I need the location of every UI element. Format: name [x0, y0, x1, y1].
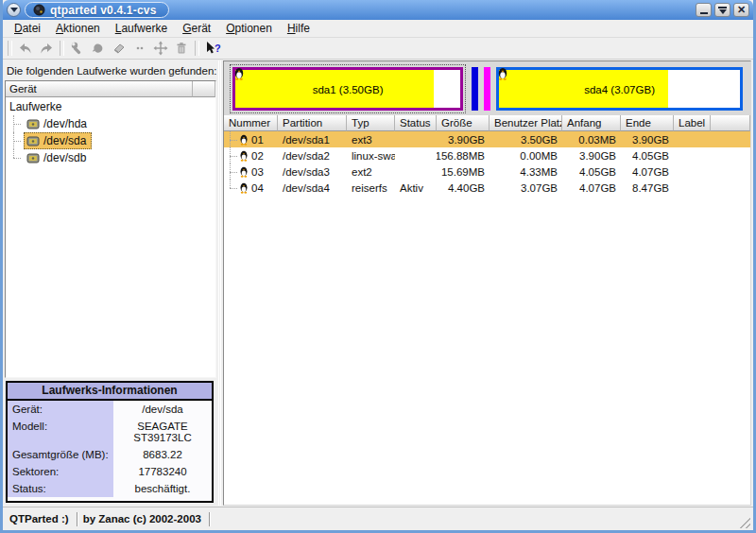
tree-item-dev-sdb[interactable]: /dev/sdb [6, 149, 215, 166]
column-anfang[interactable]: Anfang [562, 115, 621, 131]
cell-benutzer-platz: 3.50GB [490, 131, 562, 147]
window-controls: ✕ [696, 3, 749, 17]
column-groesse[interactable]: Größe [437, 115, 490, 131]
info-label-modell: Modell: [8, 418, 113, 446]
menu-geraet[interactable]: Gerät [175, 21, 218, 36]
eraser-button[interactable] [110, 39, 129, 58]
menu-hilfe[interactable]: Hilfe [280, 21, 318, 36]
toolbar: ? [3, 38, 753, 60]
tree-branch [10, 132, 24, 149]
table-row-sda1[interactable]: 01 /dev/sda1 ext3 3.90GB 3.50GB 0.03MB 3… [224, 131, 750, 147]
move-icon [153, 41, 168, 56]
redo-button[interactable] [37, 39, 56, 58]
partition-bar-sda1[interactable]: sda1 (3.50GB) [232, 67, 463, 111]
partition-panel: sda1 (3.50GB) sda4 (3.07GB) [223, 60, 751, 506]
resize-button[interactable] [130, 39, 149, 58]
cell-anfang: 3.90GB [562, 147, 621, 163]
cell-benutzer-platz: 0.00MB [490, 147, 562, 163]
cell-partition: /dev/sda1 [278, 131, 347, 147]
column-nummer[interactable]: Nummer [224, 115, 278, 131]
column-geraet[interactable]: Gerät [6, 81, 193, 97]
tree-root[interactable]: Laufwerke [6, 98, 215, 115]
cell-typ: ext3 [347, 131, 395, 147]
undo-button[interactable] [16, 39, 35, 58]
cell-groesse: 4.40GB [437, 180, 490, 196]
svg-text:?: ? [215, 43, 221, 54]
close-icon: ✕ [737, 5, 746, 15]
format-button[interactable] [89, 39, 108, 58]
cell-anfang: 4.07GB [562, 180, 621, 196]
whats-this-button[interactable]: ? [203, 39, 222, 58]
partition-chart: sda1 (3.50GB) sda4 (3.07GB) [224, 61, 750, 115]
main-content: Die folgenden Laufwerke wurden gefunden:… [3, 60, 753, 507]
cell-typ: linux-swap [347, 147, 395, 163]
cell-ende: 4.05GB [621, 147, 674, 163]
partition-bar-label: sda1 (3.50GB) [235, 84, 460, 95]
cell-typ: ext2 [347, 163, 395, 180]
device-tree-body: Laufwerke /dev/hda [6, 97, 215, 166]
maximize-button[interactable] [714, 3, 730, 17]
cell-ende: 4.07GB [621, 163, 674, 180]
partition-bar-sda4[interactable]: sda4 (3.07GB) [496, 67, 743, 111]
column-partition[interactable]: Partition [278, 115, 347, 131]
minimize-icon [700, 12, 708, 14]
menu-laufwerke[interactable]: Laufwerke [108, 21, 175, 36]
column-typ[interactable]: Typ [347, 115, 395, 131]
disk-icon [26, 118, 40, 129]
trash-icon [174, 41, 189, 56]
column-status[interactable]: Status [395, 115, 437, 131]
menu-datei[interactable]: Datei [7, 21, 48, 36]
cell-typ: reiserfs [347, 180, 395, 196]
whats-this-icon: ? [205, 41, 221, 56]
property-button[interactable] [68, 39, 87, 58]
info-value-gesamtgroesse: 8683.22 [113, 446, 212, 463]
partition-bar-sda3[interactable] [484, 67, 490, 111]
drive-info-title: Laufwerks-Informationen [8, 383, 212, 401]
close-button[interactable]: ✕ [733, 3, 749, 17]
table-row-sda3[interactable]: 03 /dev/sda3 ext2 15.69MB 4.33MB 4.05GB … [224, 163, 750, 180]
drive-info-panel: Laufwerks-Informationen Gerät: /dev/sda … [6, 381, 214, 503]
table-row-sda2[interactable]: 02 /dev/sda2 linux-swap 156.88MB 0.00MB … [224, 147, 750, 163]
partition-bar-label: sda4 (3.07GB) [499, 84, 740, 95]
cell-label [674, 131, 711, 147]
cell-status [395, 147, 437, 163]
selected-device[interactable]: /dev/sda [24, 132, 92, 149]
resize-icon [132, 41, 147, 56]
column-ende[interactable]: Ende [621, 115, 674, 131]
toolbar-separator [8, 41, 12, 56]
redo-icon [39, 41, 54, 56]
toolbar-separator [195, 41, 199, 56]
cell-label [674, 147, 711, 163]
device-tree-header[interactable]: Gerät [6, 81, 215, 97]
tree-branch [10, 115, 24, 132]
info-label-status: Status: [8, 480, 113, 497]
delete-button[interactable] [172, 39, 191, 58]
cell-benutzer-platz: 3.07GB [490, 180, 562, 196]
column-label[interactable]: Label [674, 115, 711, 131]
cell-status: Aktiv [395, 180, 437, 196]
menu-optionen[interactable]: Optionen [218, 21, 280, 36]
menu-aktionen[interactable]: Aktionen [48, 21, 108, 36]
title-pill: qtparted v0.4.1-cvs [25, 2, 169, 18]
tree-item-dev-sda[interactable]: /dev/sda [6, 132, 215, 149]
tux-icon [239, 181, 249, 194]
tree-item-dev-hda[interactable]: /dev/hda [6, 115, 215, 132]
column-benutzer-platz[interactable]: Benutzer Platz [490, 115, 562, 131]
device-tree[interactable]: Gerät Laufwerke [5, 80, 216, 378]
minimize-button[interactable] [696, 3, 712, 17]
cell-filler [711, 131, 750, 147]
titlebar[interactable]: qtparted v0.4.1-cvs ✕ [3, 0, 753, 20]
column-empty[interactable] [193, 81, 215, 97]
cell-label [674, 163, 711, 180]
cell-label [674, 180, 711, 196]
partition-bar-sda2[interactable] [472, 67, 478, 111]
window-menu-button[interactable] [7, 3, 21, 17]
resize-grip[interactable] [737, 515, 750, 528]
maximize-icon [718, 7, 727, 14]
partition-table: Nummer Partition Typ Status Größe Benutz… [224, 115, 750, 505]
undo-icon [18, 41, 33, 56]
move-button[interactable] [151, 39, 170, 58]
panel-splitter[interactable] [216, 60, 223, 507]
table-row-sda4[interactable]: 04 /dev/sda4 reiserfs Aktiv 4.40GB 3.07G… [224, 180, 750, 196]
tux-icon [497, 66, 508, 80]
